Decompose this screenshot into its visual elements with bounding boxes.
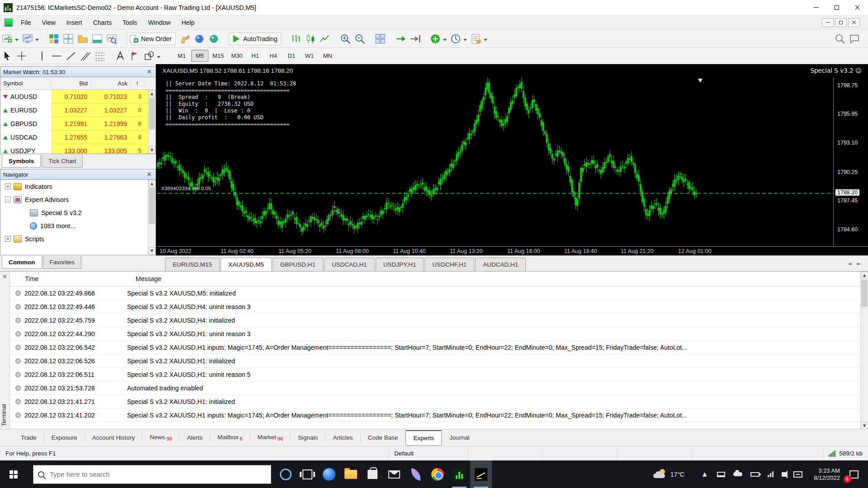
market-watch-col-bid[interactable]: Bid — [51, 80, 91, 87]
market-watch-row-usdcad[interactable]: USDCAD1.276551.276638 — [0, 131, 156, 144]
market-watch-toggle[interactable] — [47, 33, 60, 45]
chrome-button[interactable] — [427, 460, 448, 488]
terminal-tab-account-history[interactable]: Account History — [85, 431, 142, 445]
terminal-close-icon[interactable]: × — [1, 273, 8, 280]
expand-icon[interactable]: + — [5, 236, 11, 242]
minimize-button[interactable] — [806, 0, 826, 15]
chat-icon[interactable] — [848, 33, 861, 45]
crosshair-tool[interactable] — [15, 50, 28, 62]
device-tray-icon[interactable] — [717, 472, 725, 477]
menu-help[interactable]: Help — [176, 16, 200, 29]
terminal-tab-trade[interactable]: Trade — [14, 431, 44, 445]
chart-tab-gbpusd-h1[interactable]: GBPUSD,H1 — [273, 258, 323, 271]
terminal-log-row[interactable]: 2022.08.12 03:21:41.271Special S v3.2 XA… — [10, 395, 860, 408]
terminal-tab-exposure[interactable]: Exposure — [44, 431, 85, 445]
terminal-toggle[interactable] — [91, 33, 104, 45]
periods-dropdown-icon[interactable] — [463, 39, 467, 43]
market-watch-scrollbar[interactable]: ▲▼ — [148, 90, 156, 154]
terminal-tab-market[interactable]: Market96 — [250, 430, 291, 446]
vertical-line-tool[interactable] — [36, 50, 48, 62]
terminal-log-row[interactable]: 2022.08.12 03:22:06.542Special S v3.2 XA… — [10, 341, 860, 354]
scroll-up-icon[interactable]: ▲ — [148, 180, 156, 187]
price-axis[interactable]: 1798.751795.951793.101790.251787.451784.… — [833, 77, 868, 246]
horizontal-line-tool[interactable] — [50, 50, 63, 62]
chart-window[interactable]: XAUUSD,M5 1788.52 1788.61 1788.16 1788.2… — [156, 64, 868, 255]
timeframe-m30-button[interactable]: M30 — [228, 50, 245, 62]
terminal-tab-articles[interactable]: Articles — [326, 431, 360, 445]
volume-icon[interactable] — [782, 472, 785, 477]
taskbar-search[interactable] — [33, 465, 271, 484]
profiles-button[interactable] — [21, 33, 34, 45]
battery-icon[interactable] — [750, 472, 760, 477]
action-center-button[interactable]: 6 — [847, 468, 861, 481]
terminal-log-row[interactable]: 2022.08.12 03:22:45.759Special S v3.2 XA… — [10, 314, 860, 327]
chart-tab-audcad-h1[interactable]: AUDCAD,H1 — [475, 258, 526, 271]
file-explorer-button[interactable] — [340, 460, 362, 488]
keyboard-layout-icon[interactable] — [793, 471, 802, 478]
metaeditor-button[interactable] — [179, 33, 191, 45]
market-watch-col-spread[interactable]: ! — [131, 80, 144, 87]
community-button[interactable] — [193, 33, 206, 45]
child-close-button[interactable] — [848, 18, 860, 27]
navigator-item-indicators[interactable]: +Indicators — [0, 180, 156, 193]
shapes-tool[interactable] — [143, 50, 156, 62]
edge-button[interactable] — [318, 460, 340, 488]
navigator-tab-favorites[interactable]: Favorites — [43, 256, 82, 269]
candlestick-mode-button[interactable] — [304, 33, 317, 45]
market-watch-tab-tick-chart[interactable]: Tick Chart — [42, 155, 83, 168]
chart-tab-eurusd-m15[interactable]: EURUSD,M15 — [165, 258, 220, 271]
terminal-log-row[interactable]: 2022.08.12 03:22:49.868Special S v3.2 XA… — [10, 286, 860, 300]
terminal-tab-mailbox[interactable]: Mailbox6 — [210, 430, 250, 446]
strategy-tester-toggle[interactable] — [105, 33, 118, 45]
terminal-message-column[interactable]: Message — [136, 275, 161, 282]
terminal-tab-signals[interactable]: Signals — [291, 431, 325, 445]
channel-tool[interactable] — [79, 50, 92, 62]
market-watch-col-ask[interactable]: Ask — [91, 80, 131, 87]
paint3d-button[interactable] — [405, 460, 427, 488]
autotrading-button[interactable]: AutoTrading — [229, 33, 282, 45]
close-button[interactable] — [847, 0, 868, 15]
timeframe-mn-button[interactable]: MN — [319, 50, 336, 62]
text-tool[interactable] — [114, 50, 127, 62]
terminal-time-column[interactable]: Time — [25, 275, 39, 282]
menu-view[interactable]: View — [37, 16, 61, 29]
templates-dropdown-icon[interactable] — [484, 39, 487, 43]
child-minimize-button[interactable] — [822, 18, 834, 27]
chart-tab-usdjpy-h1[interactable]: USDJPY,H1 — [376, 258, 424, 271]
chart-tab-usdchf-h1[interactable]: USDCHF,H1 — [425, 258, 474, 271]
scroll-down-icon[interactable]: ▼ — [148, 146, 156, 154]
terminal-log-row[interactable]: 2022.08.12 03:22:06.526Special S v3.2 XA… — [10, 354, 860, 368]
chart-tab-xauusd-m5[interactable]: XAUUSD,M5 — [221, 258, 272, 271]
timeframe-m1-button[interactable]: M1 — [173, 50, 190, 62]
line-chart-mode-button[interactable] — [319, 33, 331, 45]
menu-insert[interactable]: Insert — [61, 16, 88, 29]
icmarkets-button[interactable] — [470, 460, 492, 488]
network-icon[interactable] — [768, 471, 774, 477]
market-watch-row-usdjpy[interactable]: USDJPY133.000133.0055 — [0, 144, 156, 154]
periods-button[interactable] — [449, 33, 462, 45]
menu-tools[interactable]: Tools — [117, 16, 143, 29]
timeframe-w1-button[interactable]: W1 — [301, 50, 318, 62]
status-profile[interactable]: Default — [389, 446, 468, 460]
templates-button[interactable] — [470, 33, 482, 45]
auto-scroll-button[interactable] — [394, 33, 407, 45]
navigator-item-expert-advisors[interactable]: -Expert Advisors — [0, 193, 156, 206]
store-button[interactable] — [362, 460, 383, 488]
navigator-scrollbar[interactable]: ▲▼ — [148, 180, 156, 254]
cortana-button[interactable] — [275, 460, 297, 488]
chart-window-icon[interactable] — [5, 19, 13, 27]
terminal-tab-code-base[interactable]: Code Base — [361, 431, 406, 445]
navigator-item-1083-more-[interactable]: 1083 more... — [0, 219, 156, 232]
terminal-log-row[interactable]: 2022.08.12 03:21:41.202Special S v3.2 XA… — [10, 408, 860, 422]
search-icon[interactable] — [834, 33, 846, 45]
terminal-tab-alerts[interactable]: Alerts — [179, 431, 210, 445]
time-axis[interactable]: 10 Aug 202211 Aug 02:4011 Aug 05:2011 Au… — [157, 246, 868, 255]
profiles-dropdown-icon[interactable] — [35, 39, 39, 43]
new-chart-button[interactable] — [1, 33, 14, 45]
scroll-right-icon[interactable]: ► — [857, 261, 861, 267]
terminal-tab-news[interactable]: News99 — [142, 430, 179, 446]
menu-charts[interactable]: Charts — [88, 16, 117, 29]
scroll-down-icon[interactable]: ▼ — [861, 422, 868, 429]
onedrive-icon[interactable] — [733, 472, 742, 476]
terminal-log-row[interactable]: 2022.08.12 03:22:44.290Special S v3.2 XA… — [10, 327, 860, 341]
